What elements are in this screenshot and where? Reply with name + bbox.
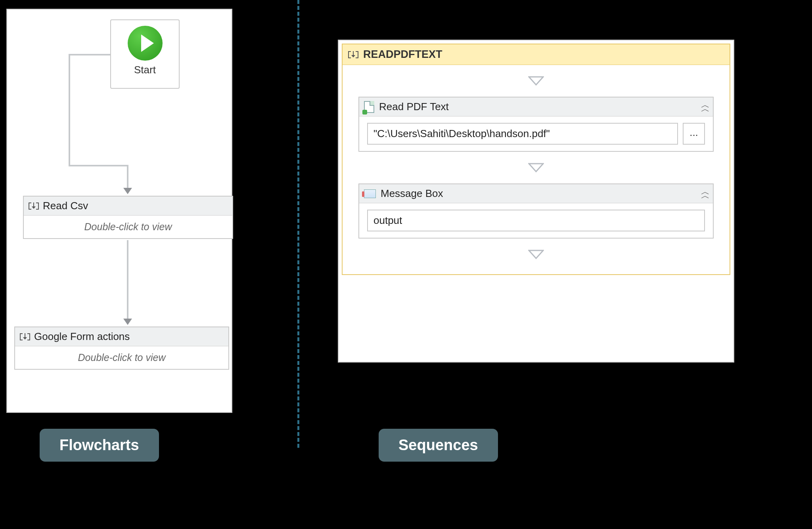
connector bbox=[69, 54, 110, 55]
arrowhead-icon bbox=[123, 188, 132, 194]
drop-indicator-icon[interactable] bbox=[528, 163, 544, 172]
connector bbox=[69, 54, 70, 165]
collapse-icon[interactable]: ︿︿ bbox=[701, 103, 708, 111]
browse-button[interactable]: ... bbox=[683, 123, 705, 145]
connector bbox=[127, 240, 128, 319]
spacer bbox=[343, 270, 730, 274]
activity-title: Read PDF Text bbox=[379, 101, 449, 113]
activity-body: "C:\Users\Sahiti\Desktop\handson.pdf" ..… bbox=[359, 116, 713, 151]
activity-header: Message Box ︿︿ bbox=[359, 184, 713, 203]
play-icon bbox=[128, 26, 163, 61]
sequence-icon bbox=[20, 332, 30, 342]
start-node[interactable]: Start bbox=[110, 19, 180, 89]
sequence-icon bbox=[348, 50, 358, 60]
messagebox-icon bbox=[364, 189, 376, 198]
activity-header: Google Form actions bbox=[15, 327, 228, 346]
activity-body: output bbox=[359, 203, 713, 238]
flowchart-panel: Start Read Csv Double-click to view Goog… bbox=[6, 9, 232, 413]
message-input[interactable]: output bbox=[367, 210, 705, 231]
vertical-divider bbox=[297, 0, 299, 448]
activity-title: Message Box bbox=[381, 187, 443, 200]
start-label: Start bbox=[111, 64, 179, 76]
activity-read-pdf-text[interactable]: Read PDF Text ︿︿ "C:\Users\Sahiti\Deskto… bbox=[358, 97, 714, 152]
svg-marker-2 bbox=[529, 250, 543, 258]
arrowhead-icon bbox=[123, 319, 132, 325]
file-path-input[interactable]: "C:\Users\Sahiti\Desktop\handson.pdf" bbox=[367, 123, 678, 145]
label-sequences: Sequences bbox=[379, 429, 498, 462]
document-icon bbox=[364, 101, 374, 113]
sequence-icon bbox=[29, 201, 39, 211]
drop-indicator-icon[interactable] bbox=[528, 250, 544, 259]
sequence-title: READPDFTEXT bbox=[363, 48, 442, 61]
svg-marker-0 bbox=[529, 77, 543, 85]
svg-marker-1 bbox=[529, 164, 543, 172]
connector bbox=[127, 165, 128, 189]
activity-read-csv[interactable]: Read Csv Double-click to view bbox=[23, 196, 233, 239]
activity-header: Read PDF Text ︿︿ bbox=[359, 97, 713, 116]
collapse-icon[interactable]: ︿︿ bbox=[701, 190, 708, 198]
connector bbox=[69, 165, 127, 166]
activity-header: Read Csv bbox=[24, 197, 232, 216]
sequence-panel: READPDFTEXT Read PDF Text ︿︿ "C:\Users\S… bbox=[338, 40, 734, 363]
activity-title: Google Form actions bbox=[34, 330, 130, 343]
sequence-title-bar: READPDFTEXT bbox=[343, 44, 730, 65]
sequence-container[interactable]: READPDFTEXT Read PDF Text ︿︿ "C:\Users\S… bbox=[342, 44, 730, 275]
label-flowcharts: Flowcharts bbox=[40, 429, 159, 462]
activity-message-box[interactable]: Message Box ︿︿ output bbox=[358, 183, 714, 239]
drop-indicator-icon[interactable] bbox=[528, 76, 544, 86]
activity-hint: Double-click to view bbox=[15, 346, 228, 369]
activity-google-form[interactable]: Google Form actions Double-click to view bbox=[14, 327, 229, 370]
activity-hint: Double-click to view bbox=[24, 216, 232, 238]
activity-title: Read Csv bbox=[43, 200, 88, 212]
